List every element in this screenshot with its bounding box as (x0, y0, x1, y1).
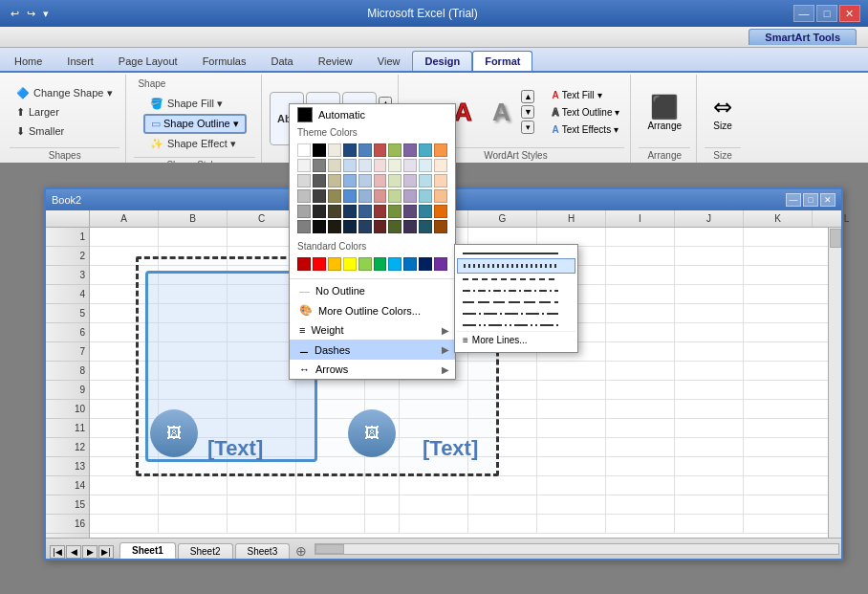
cell[interactable] (228, 495, 296, 514)
row-2[interactable]: 2 (46, 247, 89, 266)
theme-color-swatch[interactable] (434, 143, 447, 157)
theme-color-swatch[interactable] (328, 220, 341, 233)
undo-button[interactable]: ↩ (8, 6, 22, 22)
more-lines-item[interactable]: ≡ More Lines... (457, 331, 575, 348)
theme-color-swatch[interactable] (328, 205, 341, 218)
cell[interactable] (400, 476, 468, 495)
cell[interactable] (90, 495, 159, 514)
row-13[interactable]: 13 (46, 457, 89, 476)
tab-review[interactable]: Review (306, 51, 365, 71)
cell[interactable] (675, 285, 744, 303)
cell[interactable] (675, 495, 744, 514)
cell[interactable] (606, 515, 675, 533)
col-header-l[interactable]: L (813, 210, 868, 227)
theme-color-swatch[interactable] (343, 159, 357, 172)
row-5[interactable]: 5 (46, 304, 89, 323)
theme-color-swatch[interactable] (374, 143, 387, 157)
weight-item[interactable]: ≡ Weight ▶ (290, 320, 455, 340)
cell[interactable] (537, 515, 606, 533)
text-outline-button[interactable]: A Text Outline ▾ (547, 104, 624, 121)
row-11[interactable]: 11 (46, 419, 89, 438)
cell[interactable] (159, 228, 228, 246)
cell[interactable] (159, 476, 228, 495)
cell[interactable] (468, 515, 537, 533)
wordart-style-3[interactable]: A (483, 92, 519, 132)
cell[interactable] (228, 228, 296, 246)
theme-color-swatch[interactable] (358, 159, 372, 172)
theme-color-swatch[interactable] (419, 205, 432, 218)
automatic-label[interactable]: Automatic (318, 109, 365, 121)
cell[interactable] (296, 515, 365, 533)
theme-color-swatch[interactable] (328, 189, 341, 203)
shape-fill-button[interactable]: 🪣 Shape Fill ▾ (143, 95, 247, 113)
row-8[interactable]: 8 (46, 362, 89, 381)
theme-color-swatch[interactable] (297, 189, 311, 203)
cell[interactable] (606, 381, 675, 399)
row-12[interactable]: 12 (46, 438, 89, 457)
cell[interactable] (675, 304, 744, 322)
theme-color-swatch[interactable] (403, 143, 417, 157)
cell[interactable] (468, 495, 537, 514)
theme-color-swatch[interactable] (343, 189, 357, 203)
col-header-j[interactable]: J (675, 210, 744, 227)
cell[interactable] (606, 476, 675, 495)
smaller-button[interactable]: ⬇ Smaller (10, 122, 119, 141)
smartart-circle-left[interactable]: 🖼 (150, 409, 198, 457)
std-color-swatch[interactable] (374, 257, 387, 271)
cell[interactable] (228, 515, 296, 533)
theme-color-swatch[interactable] (313, 205, 326, 218)
theme-color-swatch[interactable] (388, 174, 401, 187)
cell[interactable] (159, 515, 228, 533)
cell[interactable] (365, 515, 400, 533)
size-button[interactable]: ⇔ Size (705, 85, 741, 139)
cell[interactable] (228, 476, 296, 495)
theme-color-swatch[interactable] (403, 220, 417, 233)
tab-view[interactable]: View (365, 51, 413, 71)
theme-color-swatch[interactable] (374, 174, 387, 187)
col-header-a[interactable]: A (90, 210, 159, 227)
std-color-swatch[interactable] (403, 257, 417, 271)
theme-color-swatch[interactable] (434, 189, 447, 203)
theme-color-swatch[interactable] (374, 159, 387, 172)
theme-color-swatch[interactable] (328, 143, 341, 157)
cell[interactable] (606, 438, 675, 456)
cell[interactable] (606, 419, 675, 437)
text-effects-button[interactable]: A Text Effects ▾ (547, 121, 624, 138)
sheet-tab-2[interactable]: Sheet2 (178, 543, 233, 559)
dash-item-long-dash[interactable] (457, 297, 575, 308)
sheet-nav-last[interactable]: ▶| (98, 545, 114, 559)
cell[interactable] (675, 362, 744, 380)
row-3[interactable]: 3 (46, 266, 89, 285)
scrollbar-thumb[interactable] (830, 229, 841, 248)
maximize-button[interactable]: □ (816, 5, 837, 22)
theme-color-swatch[interactable] (343, 174, 357, 187)
minimize-button[interactable]: — (793, 5, 814, 22)
row-10[interactable]: 10 (46, 400, 89, 419)
row-14[interactable]: 14 (46, 476, 89, 495)
theme-color-swatch[interactable] (419, 143, 432, 157)
dash-item-dash[interactable] (457, 274, 575, 285)
theme-color-swatch[interactable] (358, 174, 372, 187)
row-1[interactable]: 1 (46, 228, 89, 247)
theme-color-swatch[interactable] (358, 189, 372, 203)
cell[interactable] (675, 381, 744, 399)
cell[interactable] (675, 400, 744, 418)
cell[interactable] (675, 266, 744, 284)
theme-color-swatch[interactable] (343, 143, 357, 157)
tab-home[interactable]: Home (2, 51, 54, 71)
theme-color-swatch[interactable] (313, 189, 326, 203)
cell[interactable] (606, 342, 675, 361)
std-color-swatch[interactable] (358, 257, 372, 271)
theme-color-swatch[interactable] (434, 205, 447, 218)
cell[interactable] (537, 495, 606, 514)
cell[interactable] (400, 495, 468, 514)
dash-item-solid[interactable] (457, 249, 575, 258)
sheet-nav-first[interactable]: |◀ (50, 545, 65, 559)
dash-item-long-dash-dot[interactable] (457, 308, 575, 319)
row-15[interactable]: 15 (46, 495, 89, 515)
tab-design[interactable]: Design (412, 51, 472, 71)
tab-data[interactable]: Data (258, 51, 305, 71)
theme-color-swatch[interactable] (388, 143, 401, 157)
theme-color-swatch[interactable] (403, 174, 417, 187)
cell[interactable] (537, 400, 606, 418)
